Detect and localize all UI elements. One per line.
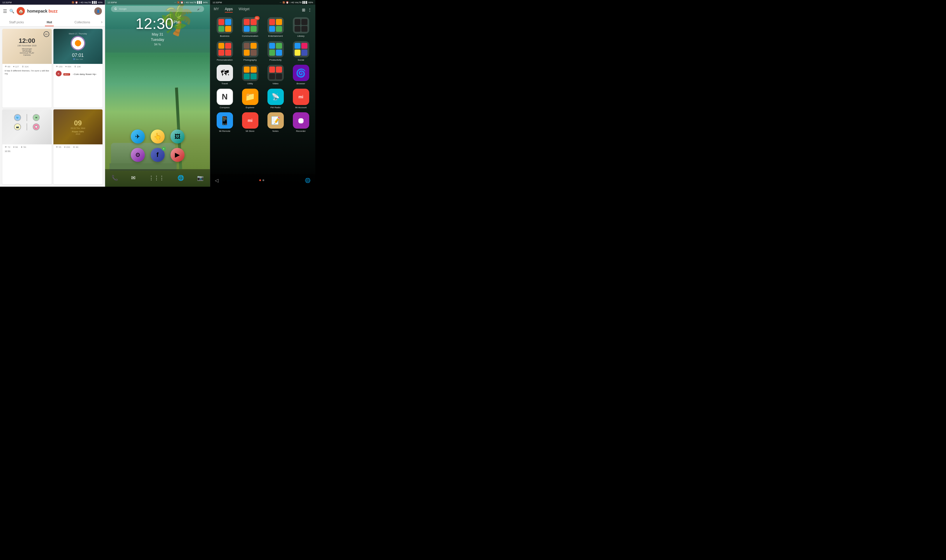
folder-communication[interactable]: 99+ Communication: [239, 17, 261, 38]
menu-icon[interactable]: ☰: [3, 8, 7, 14]
tab-staff-picks[interactable]: Staff picks: [0, 17, 33, 26]
card1-badge: 68: [43, 31, 49, 37]
drawer-globe-icon[interactable]: 🌐: [305, 178, 311, 183]
search-icon[interactable]: 🔍: [9, 9, 14, 14]
apps-grid: Business 99+ Communication Entertainment: [210, 15, 315, 174]
grid-search-icon[interactable]: ⊞: [302, 8, 306, 12]
search-mic-icon[interactable]: 🎤: [197, 7, 201, 11]
recorder-icon: ⏺: [293, 112, 309, 129]
app-recorder[interactable]: ⏺ Recorder: [290, 112, 312, 133]
folder-utility[interactable]: Utility: [239, 65, 261, 85]
more-options-icon[interactable]: ⋮: [308, 8, 312, 12]
youtube-app-icon[interactable]: ▶: [171, 148, 185, 162]
drawer-back-icon[interactable]: ◁: [215, 178, 218, 183]
clock-date-display: May 31: [105, 32, 210, 37]
folder-photography[interactable]: Photography: [239, 41, 261, 62]
status-bar-3: 12:32PM ··· 🔕 ⏰ ↕ 4G VoLTE ▋▋▋ 93%: [210, 0, 315, 5]
dot-2: [262, 179, 264, 181]
folder-personalization[interactable]: Personalization: [214, 41, 236, 62]
tab-more-arrow[interactable]: ›: [99, 17, 105, 26]
clock-day-display: Tuesday: [105, 38, 210, 42]
browser-icon: 🌀: [293, 65, 309, 81]
folder-label-library: Library: [297, 35, 304, 38]
camera-nav-icon[interactable]: 📷: [197, 175, 204, 181]
search-placeholder: Google: [119, 8, 195, 10]
mi-remote-icon: 📱: [217, 112, 233, 129]
communication-badge: 99+: [255, 16, 259, 20]
compass-label: Compass: [220, 106, 230, 109]
clock-widget: 12:30PM May 31 Tuesday 94 %: [105, 16, 210, 46]
tab-my[interactable]: MY: [214, 7, 219, 12]
browser-nav-icon[interactable]: 🌐: [177, 175, 184, 181]
card-preview-4: 09 09:03 Thu, Wed Power 59% 2016: [53, 109, 103, 145]
folder-label-personalization: Personalization: [217, 58, 233, 62]
folder-business[interactable]: Business: [214, 17, 236, 38]
card2-author: B BEST ~Cute daisy flower Hp~: [53, 69, 103, 78]
dot-1: [259, 179, 261, 181]
settings-app-icon[interactable]: ⚙: [131, 148, 145, 162]
apps-nav-icon[interactable]: ⋮⋮⋮: [149, 175, 164, 181]
folder-icon-utility: [242, 65, 258, 81]
folder-library[interactable]: Library: [290, 17, 312, 38]
explorer-label: Explorer: [246, 106, 255, 109]
battery-display: 94 %: [105, 43, 210, 46]
card1-date: 15th November 2015: [17, 45, 37, 47]
wallpaper-card-2[interactable]: March 17, Thursday 07:01 ♿ New York 👁 15…: [53, 29, 103, 108]
app-fm-radio[interactable]: 📡 FM Radio: [264, 89, 286, 109]
app-title: homepack buzz: [27, 9, 57, 14]
folder-icon-business: [217, 17, 233, 34]
app-travel[interactable]: 🗺 Travel: [214, 65, 236, 85]
user-avatar[interactable]: 👤: [94, 7, 102, 15]
wallpaper-card-1[interactable]: 12:00 15th November 2015 68 Messenger Wh…: [2, 29, 52, 108]
folder-video[interactable]: Video: [264, 65, 286, 85]
gallery-app-icon[interactable]: 🖼: [171, 129, 185, 143]
wallpaper-card-4[interactable]: 09 09:03 Thu, Wed Power 59% 2016 👁 55 ♥ …: [53, 109, 103, 184]
recorder-label: Recorder: [296, 130, 306, 133]
card3-time: 12:31: [2, 150, 52, 155]
app-notes[interactable]: 📝 Notes: [264, 112, 286, 133]
browser-label: Browser: [297, 82, 305, 85]
drawer-time: 12:32PM: [213, 1, 222, 4]
header-icons: 👤: [94, 7, 102, 15]
folder-productivity[interactable]: Productivity: [264, 41, 286, 62]
folder-social[interactable]: Social: [290, 41, 312, 62]
page-dots: [259, 179, 264, 181]
touch-app-icon[interactable]: 👆: [151, 129, 165, 143]
explorer-icon: 📁: [242, 89, 258, 105]
compass-icon: N: [217, 89, 233, 105]
tab-hot[interactable]: Hot: [33, 17, 66, 26]
app-browser[interactable]: 🌀 Browser: [290, 65, 312, 85]
app-mi-account[interactable]: mi Mi Account: [290, 89, 312, 109]
tab-apps[interactable]: Apps: [225, 7, 233, 12]
folder-entertainment[interactable]: Entertainment: [264, 17, 286, 38]
wallpaper-card-3[interactable]: 🐦 ✉ 📷 💬 👁 72 ♥ 98 ⬇ 5K 12:31: [2, 109, 52, 184]
folder-label-business: Business: [220, 35, 229, 38]
app-header: ☰ 🔍 🏠 homepack buzz 👤: [0, 5, 105, 17]
card1-stats: 👁 89 ♥ 127 ⬇ 31K: [2, 64, 52, 69]
mail-nav-icon[interactable]: ✉: [131, 175, 136, 181]
folder-label-utility: Utility: [247, 82, 253, 85]
tab-collections[interactable]: Collections: [66, 17, 99, 26]
folder-label-entertainment: Entertainment: [269, 35, 283, 38]
app-explorer[interactable]: 📁 Explorer: [239, 89, 261, 109]
card1-time: 12:00: [19, 37, 35, 45]
folder-icon-video: [267, 65, 284, 81]
navigation-tabs: Staff picks Hot Collections ›: [0, 17, 105, 26]
search-bar[interactable]: G Google 🎤: [111, 6, 204, 12]
card4-time: 09: [74, 119, 82, 127]
app-mi-store[interactable]: mi Mi Store: [239, 112, 261, 133]
card1-desc: it has 9 different themes. I'm sure u wi…: [2, 69, 52, 77]
app-mi-remote[interactable]: 📱 Mi Remote: [214, 112, 236, 133]
notes-icon: 📝: [267, 112, 284, 129]
mi-remote-label: Mi Remote: [219, 130, 230, 133]
app-compass[interactable]: N Compass: [214, 89, 236, 109]
tab-widget[interactable]: Widget: [239, 7, 249, 12]
status-bar-1: 12:31PM 🔕 ⏰ ↕ 4G VoLTE ▋▋▋ 93%: [0, 0, 105, 5]
travel-icon: 🗺: [217, 65, 233, 81]
mi-store-icon: mi: [242, 112, 258, 129]
app-icons-dock: ✈ 👆 🖼 ⚙ f 8 ▶: [105, 129, 210, 166]
send-app-icon[interactable]: ✈: [131, 129, 145, 143]
drawer-action-icons: ⊞ ⋮: [302, 8, 312, 12]
mi-account-label: Mi Account: [295, 106, 307, 109]
phone-nav-icon[interactable]: 📞: [111, 175, 118, 181]
